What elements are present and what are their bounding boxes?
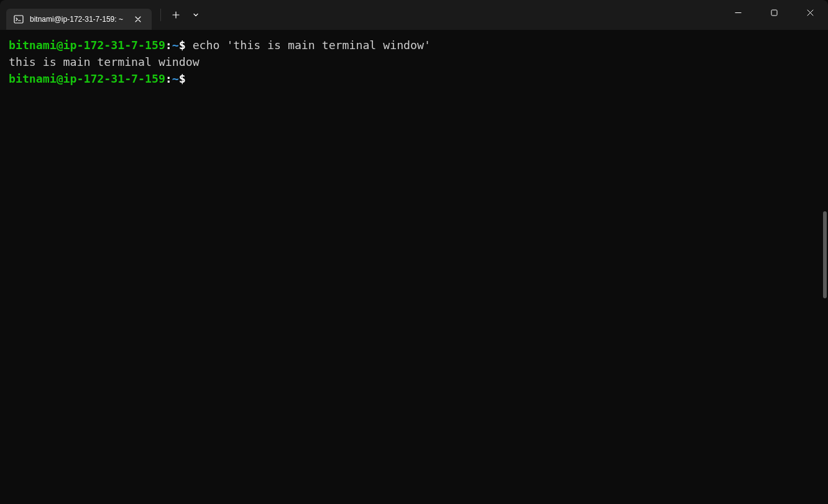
prompt-dollar: $ <box>179 39 186 52</box>
minimize-button[interactable] <box>720 0 756 25</box>
prompt-user: bitnami@ip-172-31-7-159 <box>9 72 165 85</box>
terminal-tab[interactable]: bitnami@ip-172-31-7-159: ~ <box>6 9 152 30</box>
svg-rect-0 <box>14 16 23 23</box>
terminal-output-line: this is main terminal window <box>9 54 819 71</box>
terminal-line-1: bitnami@ip-172-31-7-159:~$ echo 'this is… <box>9 37 819 54</box>
tab-divider <box>160 9 161 21</box>
prompt-colon: : <box>165 39 172 52</box>
output-text: this is main terminal window <box>9 55 200 68</box>
prompt-path: ~ <box>172 72 179 85</box>
tabs-area: bitnami@ip-172-31-7-159: ~ <box>0 0 205 30</box>
new-tab-area <box>157 0 205 30</box>
tab-title: bitnami@ip-172-31-7-159: ~ <box>30 15 123 24</box>
tab-close-button[interactable] <box>133 14 143 24</box>
command-text: echo 'this is main terminal window' <box>186 39 431 52</box>
prompt-user: bitnami@ip-172-31-7-159 <box>9 39 165 52</box>
prompt-path: ~ <box>172 39 179 52</box>
scrollbar-thumb[interactable] <box>823 211 827 298</box>
prompt-colon: : <box>165 72 172 85</box>
terminal-tab-icon <box>14 14 24 24</box>
maximize-button[interactable] <box>756 0 792 25</box>
close-button[interactable] <box>792 0 828 25</box>
terminal-body[interactable]: bitnami@ip-172-31-7-159:~$ echo 'this is… <box>0 30 828 95</box>
command-text <box>186 72 193 85</box>
prompt-dollar: $ <box>179 72 186 85</box>
window-controls <box>720 0 828 25</box>
new-tab-button[interactable] <box>166 5 186 25</box>
svg-rect-3 <box>771 10 777 16</box>
terminal-line-2: bitnami@ip-172-31-7-159:~$ <box>9 71 819 88</box>
window-titlebar: bitnami@ip-172-31-7-159: ~ <box>0 0 828 30</box>
tab-dropdown-button[interactable] <box>187 5 205 25</box>
